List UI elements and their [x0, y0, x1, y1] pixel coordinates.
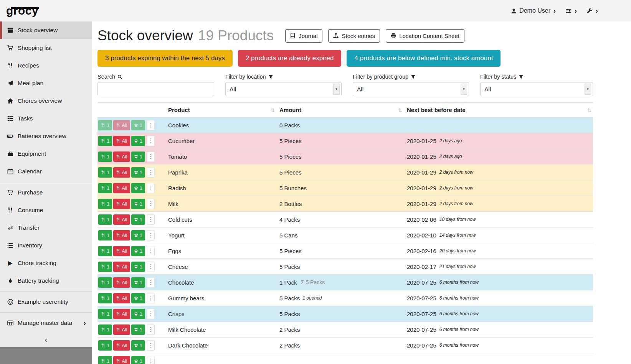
open-one-button[interactable]: 1: [131, 340, 145, 351]
sidebar-item-equipment[interactable]: Equipment: [0, 145, 92, 163]
sidebar-collapse-button[interactable]: ‹: [0, 332, 92, 347]
consume-all-button[interactable]: All: [113, 167, 130, 178]
sidebar-item-battery-tracking[interactable]: Battery tracking: [0, 272, 92, 290]
open-one-button[interactable]: 1: [131, 167, 145, 178]
sidebar-item-consume[interactable]: Consume: [0, 201, 92, 219]
open-one-button[interactable]: 1: [131, 246, 145, 256]
consume-one-button[interactable]: 1: [98, 246, 112, 256]
open-one-button[interactable]: 1: [131, 136, 145, 146]
consume-all-button[interactable]: All: [113, 356, 130, 364]
stock-entries-button[interactable]: Stock entries: [328, 29, 380, 43]
row-menu-button[interactable]: ⋮: [147, 214, 155, 225]
col-amount[interactable]: Amount ⇅: [276, 103, 404, 117]
consume-all-button[interactable]: All: [113, 324, 130, 335]
row-menu-button[interactable]: ⋮: [147, 246, 155, 256]
sidebar-item-chore-tracking[interactable]: ▶Chore tracking: [0, 254, 92, 272]
consume-all-button[interactable]: All: [113, 152, 130, 162]
row-menu-button[interactable]: ⋮: [147, 152, 155, 162]
consume-all-button[interactable]: All: [113, 277, 130, 288]
consume-one-button[interactable]: 1: [98, 230, 112, 240]
consume-all-button[interactable]: All: [113, 230, 130, 240]
sidebar-item-chores-overview[interactable]: Chores overview: [0, 92, 92, 110]
consume-all-button[interactable]: All: [113, 214, 130, 225]
sidebar-item-purchase[interactable]: Purchase: [0, 184, 92, 201]
app-logo[interactable]: grocy: [6, 4, 38, 17]
consume-one-button[interactable]: 1: [98, 356, 112, 364]
sidebar-item-recipes[interactable]: Recipes: [0, 57, 92, 74]
open-one-button[interactable]: 1: [131, 356, 145, 364]
open-one-button[interactable]: 1: [131, 152, 145, 162]
consume-one-button[interactable]: 1: [98, 262, 112, 272]
settings-menu[interactable]: ›: [566, 7, 577, 14]
consume-one-button[interactable]: 1: [98, 309, 112, 319]
open-one-button[interactable]: 1: [131, 262, 145, 272]
open-one-button[interactable]: 1: [131, 230, 145, 240]
sidebar-item-meal-plan[interactable]: Meal plan: [0, 74, 92, 92]
consume-one-button[interactable]: 1: [98, 277, 112, 288]
row-menu-button[interactable]: ⋮: [147, 230, 155, 240]
row-menu-button[interactable]: ⋮: [147, 167, 155, 178]
banner-belowmin[interactable]: 4 products are below defined min. stock …: [347, 50, 501, 67]
open-one-button[interactable]: 1: [131, 309, 145, 319]
consume-one-button[interactable]: 1: [98, 183, 112, 193]
consume-all-button[interactable]: All: [113, 246, 130, 256]
consume-all-button[interactable]: All: [113, 309, 130, 319]
row-menu-button[interactable]: ⋮: [147, 183, 155, 193]
consume-one-button[interactable]: 1: [98, 152, 112, 162]
open-one-button[interactable]: 1: [131, 214, 145, 225]
search-input[interactable]: [97, 82, 214, 96]
consume-one-button[interactable]: 1: [98, 324, 112, 335]
sidebar-item-example-userentity[interactable]: Example userentity: [0, 293, 92, 311]
consume-all-button[interactable]: All: [113, 262, 130, 272]
sidebar-item-shopping-list[interactable]: Shopping list: [0, 39, 92, 57]
location-content-sheet-button[interactable]: Location Content Sheet: [386, 29, 464, 43]
consume-all-button[interactable]: All: [113, 136, 130, 146]
location-select[interactable]: All ▼: [225, 82, 342, 96]
journal-button[interactable]: Journal: [285, 29, 322, 43]
open-one-button[interactable]: 1: [131, 183, 145, 193]
open-one-button[interactable]: 1: [131, 277, 145, 288]
sidebar-item-inventory[interactable]: Inventory: [0, 237, 92, 254]
open-one-button[interactable]: 1: [131, 293, 145, 303]
row-menu-button[interactable]: ⋮: [147, 293, 155, 303]
open-one-button[interactable]: 1: [131, 324, 145, 335]
consume-one-button[interactable]: 1: [98, 120, 112, 130]
row-menu-button[interactable]: ⋮: [147, 199, 155, 209]
row-menu-button[interactable]: ⋮: [147, 309, 155, 319]
open-one-button[interactable]: 1: [131, 120, 145, 130]
consume-all-button[interactable]: All: [113, 199, 130, 209]
row-menu-button[interactable]: ⋮: [147, 340, 155, 351]
row-menu-button[interactable]: ⋮: [147, 120, 155, 130]
consume-one-button[interactable]: 1: [98, 136, 112, 146]
user-menu[interactable]: Demo User ›: [511, 7, 556, 14]
consume-one-button[interactable]: 1: [98, 214, 112, 225]
row-menu-button[interactable]: ⋮: [147, 277, 155, 288]
row-menu-button[interactable]: ⋮: [147, 136, 155, 146]
consume-one-button[interactable]: 1: [98, 199, 112, 209]
consume-all-button[interactable]: All: [113, 120, 130, 130]
consume-one-button[interactable]: 1: [98, 340, 112, 351]
product-group-select[interactable]: All ▼: [353, 82, 469, 96]
admin-menu[interactable]: ›: [587, 7, 598, 14]
col-product[interactable]: Product ⇅: [165, 103, 276, 117]
sidebar-item-stock-overview[interactable]: Stock overview: [0, 21, 92, 39]
row-menu-button[interactable]: ⋮: [147, 356, 155, 364]
consume-one-button[interactable]: 1: [98, 293, 112, 303]
sidebar-item-batteries-overview[interactable]: Batteries overview: [0, 127, 92, 145]
open-one-button[interactable]: 1: [131, 199, 145, 209]
consume-one-button[interactable]: 1: [98, 167, 112, 178]
sidebar-item-transfer[interactable]: ⇄Transfer: [0, 219, 92, 237]
row-menu-button[interactable]: ⋮: [147, 324, 155, 335]
col-best-before[interactable]: Next best before date ⇅: [404, 103, 593, 117]
date-note: 20 days from now: [439, 248, 476, 254]
consume-all-button[interactable]: All: [113, 183, 130, 193]
sidebar-item-tasks[interactable]: Tasks: [0, 110, 92, 127]
row-menu-button[interactable]: ⋮: [147, 262, 155, 272]
consume-all-button[interactable]: All: [113, 340, 130, 351]
sidebar-item-manage-master-data[interactable]: Manage master data›: [0, 314, 92, 332]
sidebar-item-calendar[interactable]: Calendar: [0, 163, 92, 180]
status-select[interactable]: All ▼: [480, 82, 593, 96]
banner-expiring[interactable]: 3 products expiring within the next 5 da…: [97, 50, 233, 67]
consume-all-button[interactable]: All: [113, 293, 130, 303]
banner-expired[interactable]: 2 products are already expired: [238, 50, 342, 67]
